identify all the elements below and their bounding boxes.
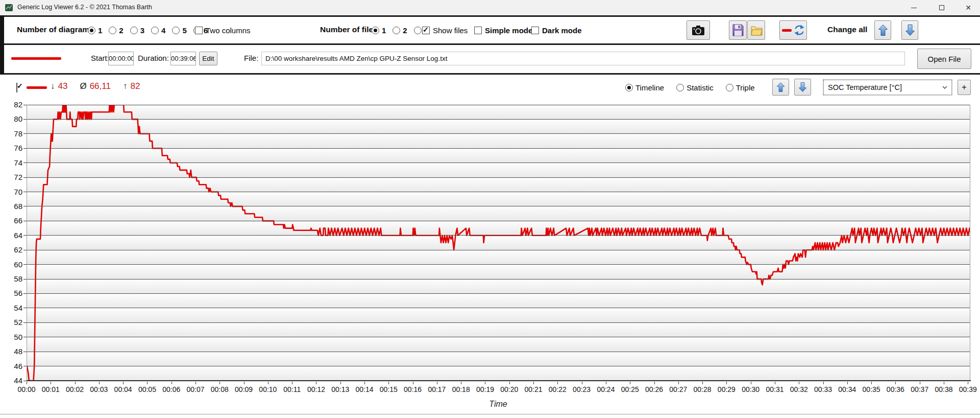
gridline-y-56 [27, 293, 970, 294]
diagram-count-option-1[interactable]: 1 [88, 26, 102, 35]
gridline-y-76 [27, 148, 970, 149]
view-mode-option-triple[interactable]: Triple [726, 83, 755, 92]
y-tick-mark [23, 308, 27, 308]
diagram-count-label: 2 [119, 26, 123, 35]
change-all-up-button[interactable] [874, 20, 891, 40]
simple-mode-option[interactable]: Simple mode [474, 26, 532, 35]
sensor-select-value: SOC Temperature [°C] [828, 83, 902, 91]
edit-button[interactable]: Edit [199, 52, 217, 65]
gridline-y-70 [27, 192, 970, 192]
view-mode-option-timeline[interactable]: Timeline [625, 83, 664, 92]
close-button[interactable]: ✕ [957, 0, 980, 15]
dark-mode-option[interactable]: Dark mode [531, 26, 582, 35]
x-tick-mark [871, 382, 872, 384]
add-series-button[interactable]: + [958, 80, 971, 95]
minimize-icon [911, 8, 917, 8]
sensor-select-dropdown[interactable]: SOC Temperature [°C] [823, 80, 952, 95]
series-visible-checkbox[interactable] [16, 83, 17, 92]
maximize-icon [939, 5, 944, 10]
chevron-down-icon [942, 86, 947, 89]
simple-mode-label: Simple mode [485, 26, 532, 35]
diagram-count-option-2[interactable]: 2 [109, 26, 123, 35]
file-count-radio-3[interactable] [414, 27, 422, 34]
diagram-panel: ↓ 43 Ø 66,11 ↑ 82 TimelineStatisticTripl… [0, 75, 980, 415]
view-mode-option-statistic[interactable]: Statistic [676, 83, 714, 92]
start-label: Start: [91, 54, 109, 62]
diagram-count-option-3[interactable]: 3 [130, 26, 144, 35]
file-count-option-2[interactable]: 2 [393, 26, 407, 35]
gridline-y-64 [27, 235, 970, 236]
x-axis-title: Time [483, 400, 513, 409]
view-mode-radio-timeline[interactable] [625, 84, 633, 91]
diagram-count-radio-2[interactable] [109, 27, 116, 34]
y-tick-label: 68 [0, 202, 22, 211]
x-axis-line [27, 380, 971, 381]
x-tick-mark [75, 382, 76, 384]
screenshot-button[interactable] [687, 20, 710, 40]
left-edge-bar [0, 15, 4, 75]
open-file-button[interactable]: Open File [917, 49, 971, 69]
y-tick-label: 66 [0, 216, 22, 225]
y-tick-mark [23, 148, 27, 149]
start-time-input[interactable] [108, 52, 134, 65]
camera-icon [692, 25, 705, 36]
gridline-y-80 [27, 119, 970, 120]
file-path-input[interactable] [261, 52, 905, 65]
file-count-option-1[interactable]: 1 [372, 26, 386, 35]
y-tick-mark [23, 293, 27, 294]
y-tick-mark [23, 366, 27, 366]
avg-value: 66,11 [90, 81, 111, 91]
diagram-count-radio-4[interactable] [151, 27, 159, 34]
save-button[interactable] [729, 20, 747, 40]
view-mode-label: Timeline [635, 83, 664, 92]
x-tick-mark [485, 382, 485, 384]
two-columns-checkbox[interactable] [195, 27, 203, 34]
gridline-y-66 [27, 221, 970, 221]
timeline-plot[interactable] [27, 105, 970, 381]
show-files-label: Show files [433, 26, 468, 35]
x-tick-mark [123, 382, 124, 384]
two-columns-option[interactable]: Two columns [195, 26, 251, 35]
move-diagram-up-button[interactable] [772, 79, 789, 96]
diagram-count-radio-3[interactable] [130, 27, 138, 34]
y-tick-label: 70 [0, 188, 22, 196]
change-all-down-button[interactable] [901, 20, 918, 40]
duration-input[interactable] [170, 52, 196, 65]
y-tick-mark [23, 264, 27, 265]
window-title: Generic Log Viewer 6.2 - © 2021 Thomas B… [17, 4, 152, 11]
number-of-files-label: Number of files [320, 25, 378, 34]
x-tick-mark [630, 382, 630, 384]
gridline-y-74 [27, 162, 970, 163]
y-tick-label: 78 [0, 129, 22, 138]
x-tick-mark [533, 382, 534, 384]
diagram-count-radio-1[interactable] [88, 27, 95, 34]
minimize-button[interactable] [902, 0, 925, 15]
y-tick-mark [23, 206, 27, 206]
line-style-refresh-button[interactable] [779, 20, 807, 40]
diagram-count-option-5[interactable]: 5 [172, 26, 186, 35]
gridline-y-78 [27, 133, 970, 134]
dark-mode-checkbox[interactable] [531, 27, 539, 34]
file-count-radio-1[interactable] [372, 27, 379, 34]
y-tick-mark [23, 279, 27, 280]
save-icon [732, 24, 744, 36]
file-count-radio-2[interactable] [393, 27, 400, 34]
gridline-y-48 [27, 352, 970, 352]
y-tick-mark [23, 250, 27, 250]
panel-bottom-border [0, 414, 980, 414]
x-tick-mark [219, 382, 220, 384]
diagram-count-option-4[interactable]: 4 [151, 26, 165, 35]
show-files-checkbox[interactable] [422, 27, 430, 34]
x-tick-mark [654, 382, 655, 384]
x-tick-mark [147, 382, 148, 384]
simple-mode-checkbox[interactable] [474, 27, 482, 34]
diagram-count-radio-5[interactable] [172, 27, 180, 34]
view-mode-radio-statistic[interactable] [676, 84, 684, 91]
y-tick-label: 82 [0, 100, 22, 109]
view-mode-radio-triple[interactable] [726, 84, 733, 91]
move-diagram-down-button[interactable] [794, 79, 811, 96]
open-folder-button[interactable] [747, 20, 765, 40]
gridline-y-50 [27, 337, 970, 337]
maximize-button[interactable] [930, 0, 953, 15]
show-files-option[interactable]: Show files [422, 26, 468, 35]
